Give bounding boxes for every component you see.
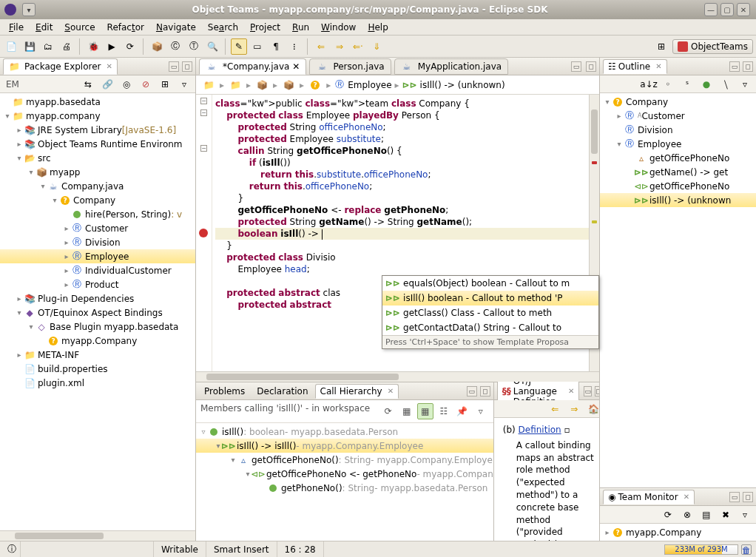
tree-row[interactable]: ▸📚Object Teams Runtime Environm [0, 137, 195, 151]
nav-next-annotation-button[interactable]: ⇓ [368, 38, 385, 55]
tree-row[interactable]: ▾📁myapp.company [0, 109, 195, 123]
view-menu-button[interactable]: ▿ [473, 403, 489, 419]
close-button[interactable]: ✕ [737, 3, 750, 16]
deactivate-team-button[interactable]: ⊗ [679, 507, 695, 523]
minimize-view-button[interactable]: ▭ [169, 61, 179, 72]
menu-refactor[interactable]: Refactor [101, 21, 150, 34]
minimize-button[interactable]: — [704, 3, 718, 16]
editor-tab[interactable]: ☕*Company.java✕ [199, 58, 306, 75]
save-all-button[interactable]: 🗂 [40, 38, 56, 55]
content-assist-item[interactable]: ⊳⊳getContactData() String - Callout to [382, 320, 598, 335]
new-team-button[interactable]: Ⓣ [186, 38, 202, 55]
hide-local-button[interactable]: ⧹ [718, 76, 734, 92]
tree-row[interactable]: ▾◇Base Plugin myapp.basedata [0, 320, 195, 334]
tree-row[interactable]: ▾⊲⊳getOfficePhoneNo <- getPhoneNo - myap… [196, 467, 493, 481]
menu-edit[interactable]: Edit [30, 21, 58, 34]
tree-row[interactable]: ▾?Company [0, 193, 195, 207]
refresh-button[interactable]: ⟳ [380, 403, 396, 419]
maximize-view-button[interactable]: ◻ [182, 61, 192, 72]
breadcrumb-segment[interactable]: ⊳⊳ isIll() -> (unknown) [402, 80, 505, 90]
breadcrumb-segment[interactable]: 📦 [254, 77, 270, 93]
menu-help[interactable]: Help [362, 21, 394, 34]
minimize-view-button[interactable]: ▭ [729, 61, 740, 72]
tree-row[interactable]: ▸ⓇIndividualCustomer [0, 263, 195, 277]
tree-row[interactable]: ▾📦myapp [0, 165, 195, 179]
heap-status[interactable]: 233M of 293M [664, 544, 738, 555]
content-assist-popup[interactable]: ⊳⊳equals(Object) boolean - Callout to m⊳… [382, 275, 599, 349]
hide-fields-button[interactable]: ◦ [660, 76, 676, 92]
tab-team-monitor[interactable]: ◉ Team Monitor ✕ [603, 490, 695, 504]
maximize-button[interactable]: ▢ [720, 3, 734, 16]
sort-button[interactable]: a↓z [641, 76, 657, 92]
forward-button[interactable]: ⇒ [566, 401, 582, 417]
menu-run[interactable]: Run [286, 21, 315, 34]
tree-row[interactable]: ▸ⓇEmployee [0, 249, 195, 263]
minimize-view-button[interactable]: ▭ [467, 386, 477, 396]
tree-row[interactable]: ▾▵getOfficePhoneNo() : String - myapp.Co… [196, 453, 493, 467]
close-icon[interactable]: ✕ [388, 387, 394, 395]
tree-row[interactable]: getPhoneNo() : String - myapp.basedata.P… [196, 481, 493, 495]
content-assist-item[interactable]: ⊳⊳equals(Object) boolean - Callout to m [382, 276, 598, 291]
callees-mode-button[interactable]: ▦ [417, 403, 433, 419]
tree-row[interactable]: ⓇDivision [600, 123, 756, 137]
menu-file[interactable]: File [3, 21, 30, 34]
content-assist-item[interactable]: ⊳⊳getClass() Class - Callout to meth [382, 305, 598, 320]
new-package-button[interactable]: 📦 [149, 38, 165, 55]
error-marker-icon[interactable] [199, 229, 208, 237]
toggle-block-button[interactable]: ▭ [249, 38, 266, 55]
editor-gutter[interactable]: − − − [196, 95, 212, 371]
tree-row[interactable]: ▸ⓇCustomer [0, 221, 195, 235]
run-button[interactable]: ▶ [104, 38, 120, 55]
tree-row[interactable]: ▾?Company [600, 95, 756, 109]
link-editor-button[interactable]: 🔗 [99, 76, 115, 92]
tree-row[interactable]: hire(Person, String) : v [0, 207, 195, 221]
collapse-all-button[interactable]: ⇆ [80, 76, 96, 92]
editor-breadcrumb[interactable]: 📁▸ 📁▸ 📦▸ 📦▸ ?▸ ⓇEmployee▸ ⊳⊳ isIll() -> … [196, 75, 599, 95]
tree-row[interactable]: ▾ⓇEmployee [600, 137, 756, 151]
tree-row[interactable]: ▿isIll() : boolean - myapp.basedata.Pers… [196, 425, 493, 439]
tree-row[interactable]: ▸📚JRE System Library [JavaSE-1.6] [0, 123, 195, 137]
run-last-button[interactable]: ⟳ [122, 38, 138, 55]
nav-back-button[interactable]: ⇐ [313, 38, 329, 55]
menu-project[interactable]: Project [244, 21, 286, 34]
remove-button[interactable]: ✖ [718, 507, 734, 523]
nav-last-edit-button[interactable]: ⇐· [350, 38, 366, 55]
tab-package-explorer[interactable]: 📁 Package Explorer ✕ [3, 58, 118, 75]
nav-fwd-button[interactable]: ⇒ [331, 38, 348, 55]
maximize-view-button[interactable]: ◻ [743, 492, 753, 502]
show-instances-button[interactable]: ▤ [698, 507, 715, 523]
content-assist-item[interactable]: ⊳⊳isIll() boolean - Callout to method 'P [382, 291, 598, 305]
editor-maximize-button[interactable]: ◻ [586, 61, 596, 72]
external-link-icon[interactable]: ▫ [564, 425, 570, 435]
breadcrumb-segment[interactable]: 📦 [280, 77, 297, 93]
new-button[interactable]: 📄 [3, 38, 19, 55]
activate-team-button[interactable]: ⟳ [660, 507, 676, 523]
close-icon[interactable]: ✕ [655, 62, 661, 70]
working-set-button[interactable]: ⊞ [157, 76, 173, 92]
save-button[interactable]: 💾 [21, 38, 38, 55]
callers-mode-button[interactable]: ▦ [399, 403, 415, 419]
tree-row[interactable]: ▸ⓇDivision [0, 235, 195, 249]
minimize-view-button[interactable]: ▭ [729, 492, 740, 502]
tree-row[interactable]: ▾📂src [0, 151, 195, 165]
print-button[interactable]: 🖨 [58, 38, 75, 55]
tree-row[interactable]: ▵getOfficePhoneNo [600, 151, 756, 165]
tree-row[interactable]: ▸ⓇProduct [0, 277, 195, 291]
history-button[interactable]: ☷ [436, 403, 452, 419]
new-class-button[interactable]: Ⓒ [167, 38, 183, 55]
view-menu-button[interactable]: ▿ [737, 76, 753, 92]
tree-row[interactable]: ▾☕Company.java [0, 179, 195, 193]
tree-row[interactable]: ▾◆OT/Equinox Aspect Bindings [0, 305, 195, 320]
show-annotations-button[interactable]: ⫶ [286, 38, 303, 55]
open-perspective-button[interactable]: ⊞ [653, 38, 669, 55]
editor-tab[interactable]: ☕Person.java [309, 58, 391, 75]
tree-row[interactable]: ▾⊳⊳isIll() -> isIll() - myapp.Company.Em… [196, 439, 493, 453]
close-icon[interactable]: ✕ [292, 61, 300, 72]
breadcrumb-segment[interactable]: 📁 [200, 77, 217, 93]
fold-toggle[interactable]: − [200, 109, 207, 116]
breadcrumb-segment[interactable]: 📁 [227, 77, 243, 93]
tree-row[interactable]: ▸📚Plug-in Dependencies [0, 291, 195, 305]
focus-button[interactable]: ◎ [118, 76, 135, 92]
outline-tree[interactable]: ▾?Company▸ⓇACustomerⓇDivision▾ⓇEmployee▵… [600, 93, 756, 487]
overview-error-marker[interactable] [592, 161, 597, 164]
